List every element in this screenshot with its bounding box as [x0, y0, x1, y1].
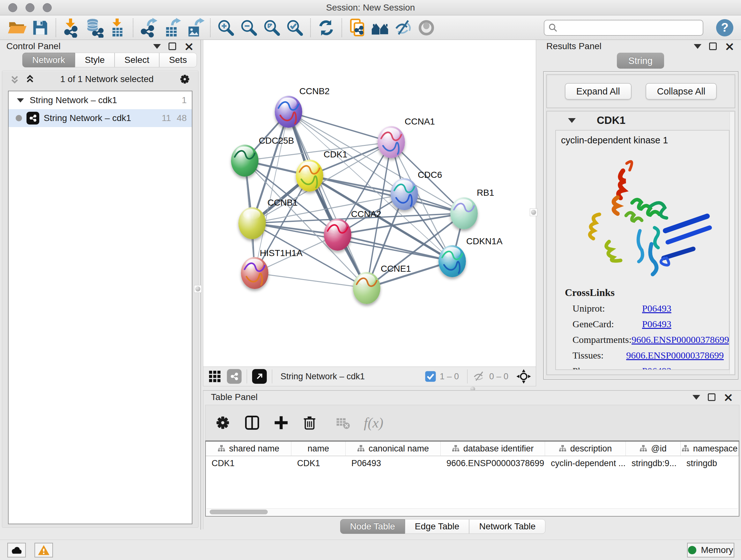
column-header-@id[interactable]: @id: [626, 442, 681, 455]
collection-expand-icon[interactable]: [17, 98, 24, 103]
expand-all-button[interactable]: Expand All: [565, 83, 631, 100]
collapse-all-button[interactable]: Collapse All: [646, 83, 717, 100]
table-cell[interactable]: CDK1: [206, 456, 291, 470]
tab-node-table[interactable]: Node Table: [340, 519, 405, 534]
network-node-CCNE1[interactable]: [353, 272, 381, 304]
clone-network-icon[interactable]: [346, 17, 369, 38]
network-row[interactable]: String Network – cdk1 11 48: [9, 109, 192, 127]
crosslink-link[interactable]: 9606.ENSP00000378699: [626, 350, 724, 361]
tab-edge-table[interactable]: Edge Table: [405, 519, 469, 534]
import-network-from-database-icon[interactable]: [83, 17, 106, 38]
zoom-selected-icon[interactable]: [283, 17, 307, 38]
table-hscrollbar[interactable]: [206, 508, 738, 515]
refresh-icon[interactable]: [315, 17, 338, 38]
selected-checkbox-icon[interactable]: [424, 370, 436, 382]
zoom-in-icon[interactable]: [214, 17, 238, 38]
panel-menu-icon[interactable]: [153, 44, 161, 49]
network-node-CDKN1A[interactable]: [439, 245, 466, 277]
tab-string[interactable]: String: [617, 53, 664, 69]
results-scrollbar[interactable]: [730, 112, 734, 374]
table-cell[interactable]: stringdb: [681, 456, 739, 470]
export-network-icon[interactable]: [137, 17, 160, 38]
table-cell[interactable]: CDK1: [291, 456, 346, 470]
hidden-eye-icon[interactable]: [473, 370, 486, 383]
gene-entry-header[interactable]: CDK1: [547, 111, 735, 129]
crosslink-link[interactable]: P06493: [642, 366, 671, 370]
tab-select[interactable]: Select: [115, 53, 159, 67]
network-node-CDK1[interactable]: [296, 160, 323, 192]
eye-icon[interactable]: [415, 17, 438, 38]
cloud-button[interactable]: [7, 543, 26, 557]
network-node-CCNA2[interactable]: [324, 219, 351, 251]
hide-panels-icon[interactable]: [392, 17, 415, 38]
left-splitter-grip[interactable]: [194, 285, 202, 293]
expand-all-icon[interactable]: [24, 74, 36, 84]
network-view-icon[interactable]: [227, 369, 242, 384]
warning-button[interactable]: [35, 543, 53, 557]
table-cell[interactable]: 9606.ENSP00000378699: [441, 456, 545, 470]
table-row[interactable]: CDK1CDK1P064939606.ENSP00000378699cyclin…: [206, 456, 739, 470]
column-header-database-identifier[interactable]: database identifier: [441, 442, 545, 455]
close-panel-icon[interactable]: ×: [184, 43, 194, 50]
table-cell[interactable]: P06493: [346, 456, 441, 470]
collapse-all-icon[interactable]: [9, 74, 20, 84]
table-panel-title: Table Panel: [211, 392, 258, 402]
network-options-gear-icon[interactable]: [179, 73, 191, 85]
zoom-out-icon[interactable]: [238, 17, 260, 38]
export-table-icon[interactable]: [160, 17, 183, 38]
column-header-description[interactable]: description: [545, 442, 626, 455]
crosslink-link[interactable]: 9606.ENSP00000378699: [631, 334, 729, 345]
float-panel-icon[interactable]: [169, 43, 176, 50]
create-column-icon[interactable]: [273, 415, 289, 431]
float-panel-icon[interactable]: [709, 43, 717, 50]
show-columns-icon[interactable]: [244, 415, 260, 431]
tab-sets[interactable]: Sets: [159, 53, 197, 67]
network-node-CCNA1[interactable]: [378, 126, 405, 158]
memory-button[interactable]: Memory: [687, 543, 734, 557]
tab-network-table[interactable]: Network Table: [469, 519, 545, 534]
table-hscrollbar-thumb[interactable]: [210, 509, 268, 514]
collapse-entry-icon[interactable]: [568, 118, 576, 123]
network-node-CCNB1[interactable]: [239, 207, 266, 239]
column-header-namespace[interactable]: namespace: [681, 442, 739, 455]
home-icon[interactable]: [369, 17, 392, 38]
panel-menu-icon[interactable]: [694, 44, 701, 49]
panel-menu-icon[interactable]: [692, 395, 700, 400]
tab-style[interactable]: Style: [75, 53, 115, 67]
tab-network[interactable]: Network: [22, 53, 75, 67]
zoom-fit-icon[interactable]: [260, 17, 283, 38]
column-header-canonical-name[interactable]: canonical name: [346, 442, 441, 455]
network-node-RB1[interactable]: [450, 197, 478, 229]
search-field[interactable]: [544, 20, 703, 36]
table-cell[interactable]: cyclin-dependent ...: [545, 456, 626, 470]
table-cell[interactable]: stringdb:9...: [626, 456, 681, 470]
float-panel-icon[interactable]: [708, 393, 716, 401]
network-collection-row[interactable]: String Network – cdk1 1: [9, 91, 192, 109]
crosslink-row-1: GeneCard:P06493: [561, 316, 724, 332]
export-image-icon[interactable]: [183, 17, 206, 38]
network-node-HIST1H1A[interactable]: [241, 257, 268, 289]
right-splitter-grip[interactable]: [530, 208, 537, 216]
network-node-CCNB2[interactable]: [275, 96, 302, 128]
save-session-icon[interactable]: [29, 17, 52, 38]
network-node-CDC25B[interactable]: [231, 145, 259, 177]
column-header-name[interactable]: name: [291, 442, 346, 455]
node-structure-ribbon: [353, 272, 381, 304]
delete-column-icon[interactable]: [302, 415, 317, 430]
network-canvas[interactable]: CCNB2CCNA1CDC25BCDK1CDC6RB1CCNB1CCNA2CDK…: [203, 40, 536, 367]
crosslink-link[interactable]: P06493: [642, 303, 671, 314]
open-session-icon[interactable]: [6, 17, 29, 38]
help-button[interactable]: ?: [716, 19, 733, 37]
birdseye-navigator-icon[interactable]: [516, 369, 531, 384]
open-network-in-window-icon[interactable]: [252, 369, 267, 384]
table-settings-gear-icon[interactable]: [214, 415, 231, 431]
network-node-CDC6[interactable]: [391, 178, 418, 210]
import-table-icon[interactable]: [106, 17, 129, 38]
crosslink-link[interactable]: P06493: [642, 319, 671, 329]
close-panel-icon[interactable]: ×: [724, 43, 735, 50]
grid-view-icon[interactable]: [208, 369, 222, 383]
column-header-shared-name[interactable]: shared name: [206, 442, 291, 455]
import-network-icon[interactable]: [60, 17, 83, 38]
close-panel-icon[interactable]: ×: [723, 393, 733, 401]
search-input[interactable]: [561, 22, 699, 33]
